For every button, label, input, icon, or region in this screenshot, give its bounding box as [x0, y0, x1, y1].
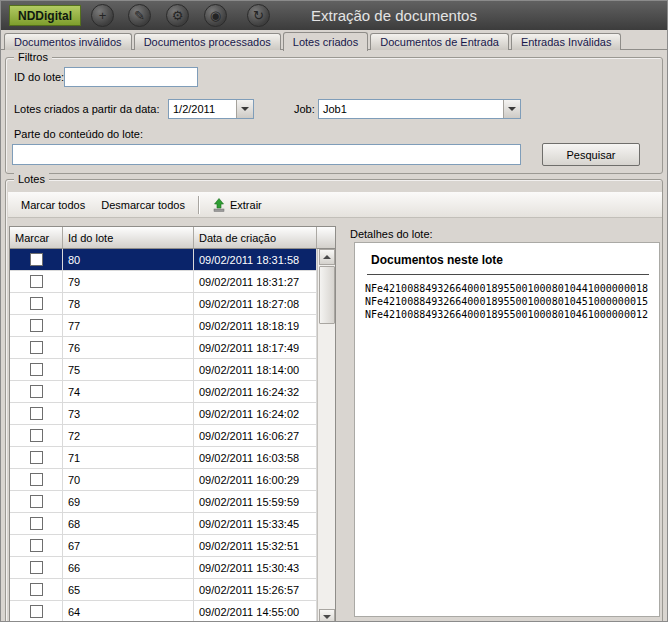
table-row[interactable]: 68 09/02/2011 15:33:45 [10, 513, 318, 535]
row-checkbox[interactable] [30, 583, 43, 596]
row-checkbox[interactable] [30, 561, 43, 574]
scroll-up-icon [323, 255, 331, 259]
row-checkbox[interactable] [30, 341, 43, 354]
stop-icon: ◉ [210, 9, 221, 22]
lot-id-cell: 64 [63, 601, 194, 622]
row-checkbox[interactable] [30, 539, 43, 552]
lots-group: Lotes Marcar todos Desmarcar todos Extra… [5, 179, 663, 622]
tab-documentos-invalidos[interactable]: Documentos inválidos [4, 33, 132, 50]
document-list: NFe4210088493266400018955001000801044100… [365, 282, 651, 321]
edit-button[interactable]: ✎ [128, 4, 151, 27]
row-checkbox[interactable] [30, 363, 43, 376]
table-row[interactable]: 71 09/02/2011 16:03:58 [10, 447, 318, 469]
add-icon: + [99, 9, 107, 22]
row-checkbox[interactable] [30, 495, 43, 508]
lot-date-cell: 09/02/2011 18:18:19 [194, 315, 317, 336]
select-all-button[interactable]: Marcar todos [13, 195, 93, 215]
row-checkbox[interactable] [30, 429, 43, 442]
table-row[interactable]: 67 09/02/2011 15:32:51 [10, 535, 318, 557]
lots-table: Marcar Id do lote Data de criação 80 09/… [9, 226, 336, 622]
lot-id-cell: 71 [63, 447, 194, 468]
lot-id-label: ID do lote: [14, 71, 64, 83]
table-row[interactable]: 70 09/02/2011 16:00:29 [10, 469, 318, 491]
table-row[interactable]: 65 09/02/2011 15:26:57 [10, 579, 318, 601]
row-checkbox[interactable] [30, 253, 43, 266]
tab-lotes-criados[interactable]: Lotes criados [283, 32, 368, 51]
row-checkbox[interactable] [30, 407, 43, 420]
table-row[interactable]: 80 09/02/2011 18:31:58 [10, 249, 318, 271]
titlebar: NDDigital + ✎ ⚙ ◉ ↻ Extração de document… [1, 1, 667, 30]
table-row[interactable]: 72 09/02/2011 16:06:27 [10, 425, 318, 447]
row-checkbox[interactable] [30, 605, 43, 618]
job-select[interactable]: Job1 [318, 99, 521, 119]
lot-id-cell: 67 [63, 535, 194, 556]
lot-date-cell: 09/02/2011 18:17:49 [194, 337, 317, 358]
search-button[interactable]: Pesquisar [542, 143, 640, 166]
table-row[interactable]: 69 09/02/2011 15:59:59 [10, 491, 318, 513]
row-checkbox[interactable] [30, 297, 43, 310]
process-button[interactable]: ↻ [247, 4, 270, 27]
row-checkbox[interactable] [30, 451, 43, 464]
add-button[interactable]: + [91, 4, 114, 27]
lot-id-cell: 69 [63, 491, 194, 512]
lot-details-panel: Documentos neste lote NFe421008849326640… [354, 242, 660, 617]
lot-date-cell: 09/02/2011 15:33:45 [194, 513, 317, 534]
extraction-window: NDDigital + ✎ ⚙ ◉ ↻ Extração de document… [0, 0, 668, 622]
lot-date-cell: 09/02/2011 16:06:27 [194, 425, 317, 446]
table-row[interactable]: 73 09/02/2011 16:24:02 [10, 403, 318, 425]
stop-button[interactable]: ◉ [204, 4, 227, 27]
scrollbar-thumb[interactable] [319, 266, 335, 324]
filters-group: Filtros ID do lote: Lotes criados a part… [5, 57, 663, 174]
table-row[interactable]: 79 09/02/2011 18:31:27 [10, 271, 318, 293]
created-from-date-label: Lotes criados a partir da data: [14, 103, 160, 115]
row-checkbox[interactable] [30, 319, 43, 332]
lot-content-input[interactable] [12, 144, 521, 165]
column-header-id[interactable]: Id do lote [63, 227, 194, 249]
table-row[interactable]: 64 09/02/2011 14:55:00 [10, 601, 318, 622]
lot-id-cell: 72 [63, 425, 194, 446]
process-icon: ↻ [253, 9, 264, 22]
lotes-table-body: 80 09/02/2011 18:31:58 79 09/02/2011 18:… [10, 249, 318, 622]
settings-button[interactable]: ⚙ [166, 4, 189, 27]
document-key: NFe4210088493266400018955001000801046100… [365, 308, 651, 321]
scroll-up-button[interactable] [319, 249, 335, 265]
row-checkbox[interactable] [30, 517, 43, 530]
table-row[interactable]: 75 09/02/2011 18:14:00 [10, 359, 318, 381]
date-picker-value: 1/2/2011 [169, 103, 236, 115]
tab-entradas-invalidas[interactable]: Entradas Inválidas [511, 33, 622, 50]
table-row[interactable]: 77 09/02/2011 18:18:19 [10, 315, 318, 337]
tab-documentos-de-entrada[interactable]: Documentos de Entrada [370, 33, 509, 50]
row-checkbox[interactable] [30, 473, 43, 486]
table-row[interactable]: 78 09/02/2011 18:27:08 [10, 293, 318, 315]
table-scrollbar[interactable] [317, 249, 335, 622]
column-header-marcar[interactable]: Marcar [10, 227, 63, 249]
job-select-dropdown-button[interactable] [503, 100, 520, 118]
table-row[interactable]: 76 09/02/2011 18:17:49 [10, 337, 318, 359]
scroll-down-icon [323, 615, 331, 619]
chevron-down-icon [241, 107, 249, 111]
lots-group-label: Lotes [14, 173, 49, 185]
extract-button[interactable]: Extrair [204, 194, 270, 216]
row-checkbox[interactable] [30, 275, 43, 288]
tab-strip: Documentos inválidos Documentos processa… [4, 31, 664, 50]
table-row[interactable]: 74 09/02/2011 16:24:32 [10, 381, 318, 403]
tab-documentos-processados[interactable]: Documentos processados [134, 33, 281, 50]
scroll-down-button[interactable] [319, 609, 335, 622]
lot-id-input[interactable] [64, 67, 198, 87]
lot-date-cell: 09/02/2011 16:00:29 [194, 469, 317, 490]
toolbar-separator [198, 196, 199, 214]
date-picker-dropdown-button[interactable] [236, 100, 253, 118]
lot-date-cell: 09/02/2011 16:24:02 [194, 403, 317, 424]
gear-icon: ⚙ [172, 9, 184, 22]
lot-id-cell: 77 [63, 315, 194, 336]
lot-id-cell: 73 [63, 403, 194, 424]
extract-button-label: Extrair [230, 199, 262, 211]
deselect-all-button[interactable]: Desmarcar todos [93, 195, 193, 215]
nddigital-logo: NDDigital [9, 5, 81, 26]
table-row[interactable]: 66 09/02/2011 15:30:43 [10, 557, 318, 579]
row-checkbox[interactable] [30, 385, 43, 398]
document-key: NFe4210088493266400018955001000801044100… [365, 282, 651, 295]
date-picker[interactable]: 1/2/2011 [168, 99, 254, 119]
lot-id-cell: 78 [63, 293, 194, 314]
column-header-date[interactable]: Data de criação [194, 227, 317, 249]
